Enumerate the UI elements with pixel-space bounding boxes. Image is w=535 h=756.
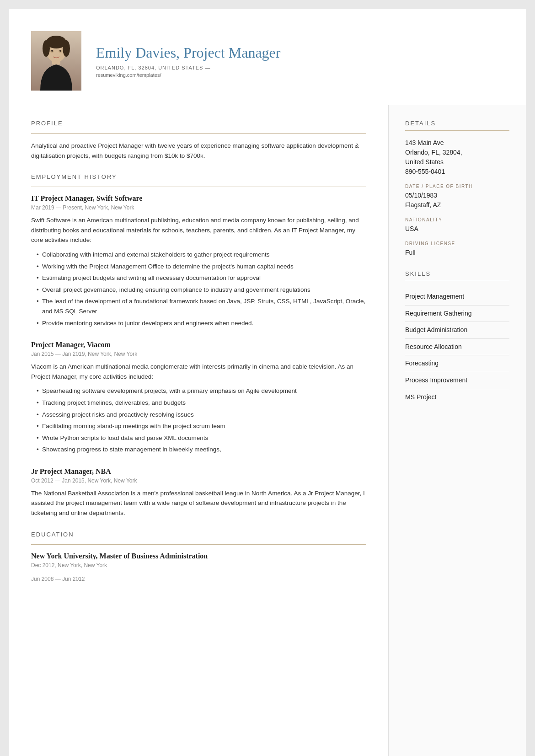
bullet: Facilitating morning stand-up meetings w… [37,421,366,431]
bullet: Overall project governance, including en… [37,285,366,295]
main-content: PROFILE Analytical and proactive Project… [9,105,526,756]
skill-1: Project Management [405,289,509,306]
nationality-label: NATIONALITY [405,217,509,222]
profile-section: PROFILE Analytical and proactive Project… [31,120,366,161]
photo [31,31,81,91]
address-line2: Orlando, FL, 32804, [405,148,509,157]
job-3-desc: The National Basketball Association is a… [31,488,366,518]
education-section: EDUCATION New York University, Master of… [31,531,366,582]
header-address: ORLANDO, FL, 32804, UNITED STATES — [96,65,504,70]
employment-divider [31,187,366,187]
profile-divider [31,133,366,134]
bullet: The lead of the development of a foundat… [37,296,366,316]
bullet: Collaborating with internal and external… [37,250,366,260]
job-2: Project Manager, Viacom Jan 2015 — Jan 2… [31,341,366,455]
right-column: DETAILS 143 Main Ave Orlando, FL, 32804,… [389,105,526,756]
svg-point-5 [43,40,50,57]
skills-divider [405,281,509,281]
skill-7: MS Project [405,389,509,406]
job-2-desc: Viacom is an American multinational medi… [31,362,366,381]
education-title: EDUCATION [31,531,366,538]
dob-value: 05/10/1983 [405,191,509,200]
job-3: Jr Project Manager, NBA Oct 2012 — Jan 2… [31,467,366,518]
bullet: Assessing project risks and proactively … [37,410,366,420]
details-title: DETAILS [405,120,509,127]
edu-2-dates: Jun 2008 — Jun 2012 [31,576,366,582]
details-divider [405,130,509,131]
bullet: Wrote Python scripts to load data and pa… [37,433,366,443]
header-website: resumeviking.com/templates/ [96,72,504,78]
bullet: Estimating project budgets and writing a… [37,273,366,283]
job-1-bullets: Collaborating with internal and external… [31,250,366,328]
bullet: Showcasing progress to state management … [37,445,366,455]
skill-3: Budget Administration [405,322,509,339]
header: Emily Davies, Project Manager ORLANDO, F… [9,9,526,105]
resume-page: Emily Davies, Project Manager ORLANDO, F… [9,9,526,756]
edu-1-dates: Dec 2012, New York, New York [31,562,366,568]
svg-point-9 [51,50,53,52]
profile-title: PROFILE [31,120,366,127]
bullet: Working with the Project Management Offi… [37,262,366,272]
job-2-title: Project Manager, Viacom [31,341,366,349]
bullet: Spearheading software development projec… [37,386,366,396]
phone: 890-555-0401 [405,167,509,177]
job-2-bullets: Spearheading software development projec… [31,386,366,455]
svg-point-10 [59,50,61,52]
education-divider [31,544,366,545]
skill-4: Resource Allocation [405,339,509,356]
employment-section: EMPLOYMENT HISTORY IT Project Manager, S… [31,173,366,518]
edu-entry-1: New York University, Master of Business … [31,552,366,568]
address-line1: 143 Main Ave [405,138,509,148]
address-country: United States [405,157,509,167]
left-column: PROFILE Analytical and proactive Project… [9,105,389,756]
job-2-dates: Jan 2015 — Jan 2019, New York, New York [31,351,366,357]
profile-text: Analytical and proactive Project Manager… [31,141,366,161]
skills-section: SKILLS Project Management Requirement Ga… [405,270,509,405]
bullet: Tracking project timelines, deliverables… [37,398,366,408]
dob-label: DATE / PLACE OF BIRTH [405,184,509,189]
nationality-value: USA [405,224,509,234]
job-1-title: IT Project Manager, Swift Software [31,194,366,203]
details-section: DETAILS 143 Main Ave Orlando, FL, 32804,… [405,120,509,257]
svg-point-6 [63,40,70,57]
skill-2: Requirement Gathering [405,306,509,322]
job-1-dates: Mar 2019 — Present, New York, New York [31,204,366,211]
job-1-desc: Swift Software is an American multinatio… [31,215,366,245]
skill-6: Process Improvement [405,372,509,389]
job-3-dates: Oct 2012 — Jan 2015, New York, New York [31,477,366,484]
driving-label: DRIVING LICENSE [405,241,509,246]
name-title: Emily Davies, Project Manager [96,44,504,61]
driving-value: Full [405,248,509,257]
skill-5: Forecasting [405,355,509,372]
skills-title: SKILLS [405,270,509,277]
bullet: Provide mentoring services to junior dev… [37,318,366,328]
header-text: Emily Davies, Project Manager ORLANDO, F… [96,44,504,78]
edu-entry-2: Jun 2008 — Jun 2012 [31,576,366,582]
employment-title: EMPLOYMENT HISTORY [31,173,366,180]
job-3-title: Jr Project Manager, NBA [31,467,366,476]
birthplace-value: Flagstaff, AZ [405,200,509,210]
job-1: IT Project Manager, Swift Software Mar 2… [31,194,366,328]
edu-1-title: New York University, Master of Business … [31,552,366,560]
